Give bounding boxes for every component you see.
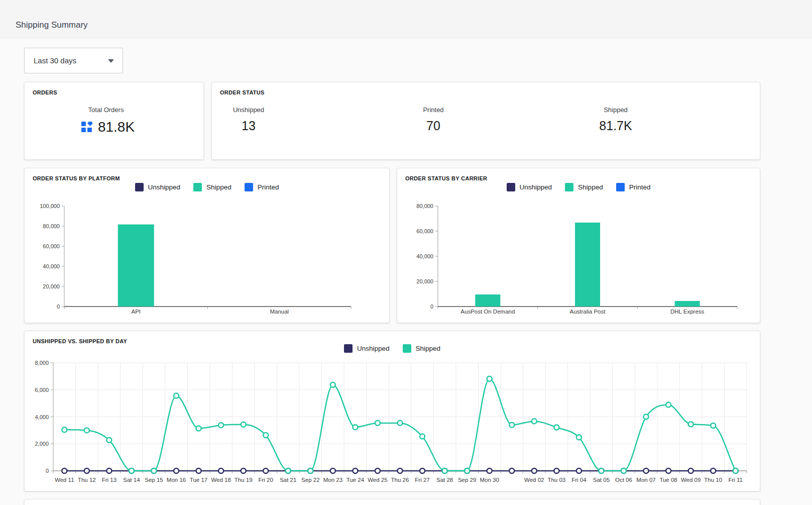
- orders-grid-icon: [81, 122, 92, 133]
- svg-text:60,000: 60,000: [43, 243, 60, 249]
- svg-text:Sat 21: Sat 21: [280, 477, 296, 483]
- daily-chart-title: UNSHIPPED VS. SHIPPED BY DAY: [33, 338, 127, 344]
- platform-bar-chart: 020,00040,00060,00080,000100,000APIManua…: [25, 198, 389, 321]
- svg-text:20,000: 20,000: [43, 283, 60, 289]
- daily-legend: Unshipped Shipped: [25, 344, 760, 353]
- svg-text:API: API: [131, 309, 141, 315]
- svg-text:Sat 05: Sat 05: [593, 477, 610, 483]
- legend-item-unshipped: Unshipped: [507, 183, 552, 191]
- svg-text:Wed 09: Wed 09: [681, 477, 701, 483]
- shipped-label: Shipped: [599, 106, 632, 114]
- svg-text:Wed 02: Wed 02: [524, 477, 544, 483]
- svg-text:DHL Express: DHL Express: [670, 309, 705, 315]
- total-orders-value-row: 81.8K: [81, 119, 135, 135]
- svg-text:Thu 26: Thu 26: [391, 477, 409, 483]
- legend-label-shipped: Shipped: [206, 183, 231, 191]
- daily-line-chart: 02,0004,0006,0008,000Wed 11Thu 12Fri 13S…: [25, 359, 761, 490]
- shipped-value: 81.7K: [599, 119, 632, 133]
- next-card-partial: [24, 499, 760, 505]
- platform-chart-card: ORDER STATUS BY PLATFORM Unshipped Shipp…: [24, 168, 390, 323]
- svg-text:Fri 27: Fri 27: [415, 477, 429, 483]
- svg-text:Sep 22: Sep 22: [301, 477, 319, 483]
- daily-chart-card: UNSHIPPED VS. SHIPPED BY DAY Unshipped S…: [24, 331, 760, 491]
- svg-text:0: 0: [430, 304, 433, 310]
- svg-text:2,000: 2,000: [35, 441, 49, 447]
- svg-text:Thu 19: Thu 19: [235, 477, 253, 483]
- svg-text:Thu 12: Thu 12: [78, 477, 96, 483]
- svg-text:Tue 24: Tue 24: [346, 477, 365, 483]
- legend-label-unshipped: Unshipped: [357, 345, 390, 352]
- svg-text:Mon 07: Mon 07: [636, 477, 655, 483]
- svg-text:Sat 28: Sat 28: [436, 477, 453, 483]
- legend-label-shipped: Shipped: [416, 345, 441, 352]
- carrier-chart-title: ORDER STATUS BY CARRIER: [405, 175, 487, 181]
- svg-text:Thu 03: Thu 03: [547, 477, 565, 483]
- svg-text:0: 0: [57, 304, 60, 310]
- shipped-stat: Shipped 81.7K: [599, 106, 632, 133]
- order-status-card-title: ORDER STATUS: [220, 89, 265, 95]
- printed-swatch: [616, 183, 625, 191]
- total-orders-label: Total Orders: [88, 106, 124, 114]
- page-title: Shipping Summary: [16, 20, 88, 30]
- svg-text:8,000: 8,000: [35, 360, 49, 366]
- legend-label-printed: Printed: [629, 183, 651, 191]
- order-status-card: ORDER STATUS Unshipped 13 Printed 70 Shi…: [211, 82, 760, 160]
- legend-item-unshipped: Unshipped: [344, 344, 390, 353]
- unshipped-swatch: [135, 183, 144, 191]
- legend-item-shipped: Shipped: [403, 344, 441, 353]
- svg-text:Oct 06: Oct 06: [615, 477, 632, 483]
- unshipped-swatch: [507, 183, 515, 191]
- svg-text:60,000: 60,000: [416, 228, 433, 234]
- shipped-swatch: [565, 183, 573, 191]
- unshipped-swatch: [344, 344, 353, 353]
- svg-text:Sep 15: Sep 15: [145, 477, 163, 483]
- legend-label-unshipped: Unshipped: [148, 183, 181, 191]
- shipped-swatch: [403, 344, 411, 353]
- shipping-summary-page: Shipping Summary Last 30 days ORDERS Tot…: [0, 0, 812, 505]
- svg-text:100,000: 100,000: [40, 203, 60, 209]
- svg-text:Mon 30: Mon 30: [480, 477, 499, 483]
- svg-text:80,000: 80,000: [416, 203, 433, 209]
- total-orders-value: 81.8K: [98, 119, 135, 135]
- svg-text:AusPost On Demand: AusPost On Demand: [460, 309, 515, 315]
- orders-card: ORDERS Total Orders 81.8K: [24, 82, 204, 160]
- legend-label-shipped: Shipped: [578, 183, 603, 191]
- svg-text:6,000: 6,000: [35, 387, 49, 393]
- page-header: Shipping Summary: [0, 0, 812, 38]
- svg-text:Mon 16: Mon 16: [167, 477, 186, 483]
- chevron-down-icon: [108, 59, 114, 63]
- svg-text:Thu 10: Thu 10: [704, 477, 722, 483]
- svg-text:Sat 14: Sat 14: [123, 477, 140, 483]
- svg-text:80,000: 80,000: [43, 223, 60, 229]
- carrier-bar-chart: 020,00040,00060,00080,000AusPost On Dema…: [397, 198, 760, 321]
- svg-text:Fri 13: Fri 13: [102, 477, 117, 483]
- date-range-dropdown[interactable]: Last 30 days: [24, 48, 123, 73]
- svg-text:0: 0: [46, 468, 49, 474]
- svg-text:Tue 08: Tue 08: [659, 477, 677, 483]
- svg-text:Wed 11: Wed 11: [55, 477, 74, 483]
- svg-text:Fri 11: Fri 11: [728, 477, 743, 483]
- platform-legend: Unshipped Shipped Printed: [25, 183, 389, 191]
- svg-text:4,000: 4,000: [35, 414, 49, 420]
- legend-item-printed: Printed: [245, 183, 279, 191]
- platform-chart-title: ORDER STATUS BY PLATFORM: [33, 175, 120, 181]
- svg-text:40,000: 40,000: [43, 263, 60, 269]
- printed-label: Printed: [423, 106, 443, 114]
- legend-label-printed: Printed: [258, 183, 279, 191]
- carrier-legend: Unshipped Shipped Printed: [397, 183, 760, 191]
- orders-card-title: ORDERS: [33, 89, 57, 95]
- svg-text:Australia Post: Australia Post: [570, 309, 606, 315]
- svg-text:Wed 18: Wed 18: [211, 477, 230, 483]
- shipped-swatch: [193, 183, 202, 191]
- printed-swatch: [245, 183, 253, 191]
- legend-item-printed: Printed: [616, 183, 651, 191]
- unshipped-label: Unshipped: [233, 106, 264, 114]
- date-range-value: Last 30 days: [34, 48, 76, 73]
- legend-label-unshipped: Unshipped: [520, 183, 552, 191]
- svg-text:20,000: 20,000: [416, 278, 433, 284]
- svg-text:Tue 17: Tue 17: [190, 477, 207, 483]
- unshipped-stat: Unshipped 13: [233, 106, 264, 133]
- svg-text:Mon 23: Mon 23: [323, 477, 342, 483]
- legend-item-shipped: Shipped: [565, 183, 603, 191]
- printed-value: 70: [423, 119, 443, 133]
